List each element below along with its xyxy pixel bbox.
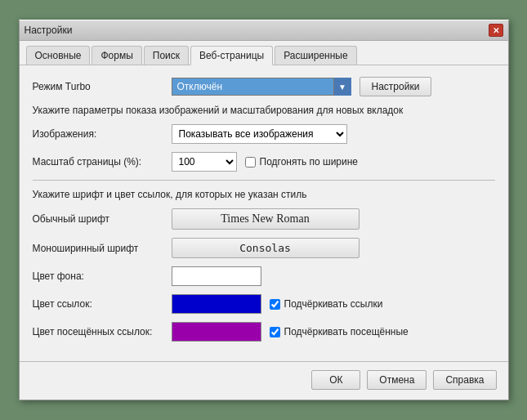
mono-font-button[interactable]: Consolas xyxy=(172,238,360,258)
bg-color-label: Цвет фона: xyxy=(33,270,172,282)
regular-font-button[interactable]: Times New Roman xyxy=(172,208,360,230)
ok-button[interactable]: ОК xyxy=(311,370,360,390)
bottom-bar: ОК Отмена Справка xyxy=(20,361,508,400)
images-select-wrapper: Показывать все изображения xyxy=(172,124,347,144)
images-label: Изображения: xyxy=(33,128,172,140)
title-bar: Настройки ✕ xyxy=(20,20,508,41)
underline-links-label: Подчёркивать ссылки xyxy=(284,298,383,310)
underline-visited-label: Подчёркивать посещённые xyxy=(284,326,409,337)
visited-color-label: Цвет посещённых ссылок: xyxy=(33,326,172,337)
fit-width-checkbox[interactable] xyxy=(245,157,256,168)
tab-formy[interactable]: Формы xyxy=(92,46,141,65)
visited-color-picker[interactable] xyxy=(172,322,261,342)
help-button[interactable]: Справка xyxy=(433,370,496,390)
images-description: Укажите параметры показа изображений и м… xyxy=(33,105,495,116)
fonts-description: Укажите шрифт и цвет ссылок, для которых… xyxy=(33,189,495,200)
link-color-picker[interactable] xyxy=(172,294,261,314)
tab-bar: Основные Формы Поиск Веб-страницы Расшир… xyxy=(20,41,508,65)
scale-label: Масштаб страницы (%): xyxy=(33,156,172,168)
settings-window: Настройки ✕ Основные Формы Поиск Веб-стр… xyxy=(19,20,509,400)
underline-visited-checkbox[interactable] xyxy=(270,327,280,337)
fit-width-row: Подгонять по ширине xyxy=(245,156,359,168)
underline-links-checkbox[interactable] xyxy=(270,299,280,310)
scale-select[interactable]: 100 xyxy=(172,152,237,172)
tab-content: Режим Turbo Отключён ▼ Настройки Укажите… xyxy=(20,65,508,361)
turbo-label: Режим Turbo xyxy=(33,81,172,92)
turbo-select-wrapper: Отключён ▼ xyxy=(172,78,351,96)
bg-color-row: Цвет фона: xyxy=(33,266,495,286)
link-color-row: Цвет ссылок: Подчёркивать ссылки xyxy=(33,294,495,314)
scale-row: Масштаб страницы (%): 100 Подгонять по ш… xyxy=(33,152,495,172)
turbo-row: Режим Turbo Отключён ▼ Настройки xyxy=(33,77,495,96)
window-title: Настройки xyxy=(25,25,73,36)
tab-web-pages[interactable]: Веб-страницы xyxy=(190,46,273,65)
fit-width-label: Подгонять по ширине xyxy=(260,156,359,168)
bg-color-picker[interactable] xyxy=(172,266,261,286)
turbo-settings-button[interactable]: Настройки xyxy=(360,77,432,96)
tab-osnovnye[interactable]: Основные xyxy=(26,46,91,65)
tab-poisk[interactable]: Поиск xyxy=(144,46,189,65)
turbo-select[interactable]: Отключён xyxy=(172,78,351,96)
visited-color-row: Цвет посещённых ссылок: Подчёркивать пос… xyxy=(33,322,495,342)
images-select[interactable]: Показывать все изображения xyxy=(172,124,347,144)
mono-font-row: Моноширинный шрифт Consolas xyxy=(33,238,495,258)
link-color-label: Цвет ссылок: xyxy=(33,298,172,310)
close-button[interactable]: ✕ xyxy=(489,24,503,37)
underline-links-row: Подчёркивать ссылки xyxy=(270,298,383,310)
images-row: Изображения: Показывать все изображения xyxy=(33,124,495,144)
separator-1 xyxy=(33,180,495,181)
mono-font-label: Моноширинный шрифт xyxy=(33,243,172,254)
underline-visited-row: Подчёркивать посещённые xyxy=(270,326,409,337)
regular-font-row: Обычный шрифт Times New Roman xyxy=(33,208,495,230)
cancel-button[interactable]: Отмена xyxy=(367,370,427,390)
tab-advanced[interactable]: Расширенные xyxy=(275,46,357,65)
regular-font-label: Обычный шрифт xyxy=(33,213,172,225)
